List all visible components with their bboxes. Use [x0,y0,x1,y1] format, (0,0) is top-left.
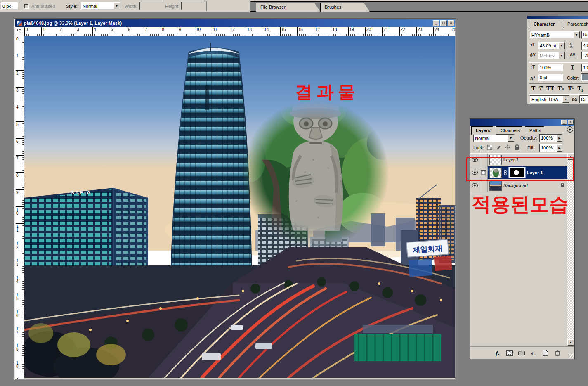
layer-thumbnail[interactable] [489,155,502,165]
link-cell[interactable] [479,179,488,192]
eye-icon [472,158,478,162]
opacity-field[interactable]: 100% ▶ [539,134,562,142]
font-style-field[interactable]: Regu [581,31,588,39]
close-button[interactable]: × [448,20,454,26]
vertical-ruler[interactable]: 01234567891011121314151617181920 [15,36,24,379]
close-button[interactable]: × [568,120,574,125]
small-caps-button[interactable]: Tᴛ [558,85,564,92]
building-sign-text: SAE-A [71,189,91,196]
new-layer-icon[interactable] [542,350,549,356]
chevron-down-icon[interactable]: ▼ [113,2,120,9]
baseline-shift-field[interactable]: 0 pt [538,74,564,82]
faux-italic-button[interactable]: T [539,85,543,92]
layer-row-layer2[interactable]: Layer 2 [470,154,568,166]
layer-row-background[interactable]: Background [470,179,568,192]
vertical-scale-field[interactable]: 100% [538,64,564,72]
lock-label: Lock: [473,145,484,150]
subscript-button[interactable]: T₁ [577,85,583,92]
chevron-down-icon[interactable]: ▼ [562,96,569,103]
faux-bold-button[interactable]: T [531,85,535,92]
text-color-swatch[interactable] [581,73,588,81]
feather-value-input[interactable] [1,2,18,10]
layer-row-layer1[interactable]: Layer 1 [470,166,568,179]
visibility-toggle[interactable] [470,166,479,179]
tab-paths[interactable]: Paths [525,126,548,135]
tracking-field[interactable]: -25 [581,52,588,59]
font-size-dropdown[interactable]: 43.09 pt ▼ [538,42,565,50]
style-label: Style: [66,4,78,9]
horizontal-scale-field[interactable]: 100 [581,64,588,72]
lock-position-move-icon[interactable] [505,144,511,150]
layer-name[interactable]: Layer 2 [503,157,519,162]
layer-name[interactable]: Background [503,183,528,188]
anti-aliased-checkbox[interactable] [24,4,29,9]
slider-arrow-icon[interactable]: ▶ [557,144,562,152]
tab-character[interactable]: Character [529,20,564,28]
layer-name[interactable]: Layer 1 [527,170,543,175]
font-family-dropdown[interactable]: HYnamB ▼ [530,31,580,39]
height-input [181,2,204,10]
character-palette-titlebar[interactable] [527,16,588,19]
delete-layer-trash-icon[interactable] [554,350,561,356]
scroll-up-icon[interactable]: ▲ [567,154,574,160]
chevron-down-icon[interactable]: ▼ [558,42,565,49]
font-size-icon: тT [531,43,535,47]
minimize-button[interactable]: _ [561,120,567,125]
layer-thumbnail[interactable] [489,180,502,191]
style-dropdown[interactable]: Normal ▼ [81,2,120,10]
layer-thumbnail[interactable] [489,168,502,178]
ruler-origin-box[interactable] [15,27,24,36]
baseline-shift-icon: Aa [530,76,535,81]
visibility-toggle[interactable] [470,154,479,166]
document-canvas[interactable]: SAE-A [24,36,455,378]
lock-all-icon[interactable] [514,144,520,150]
layer-style-icon[interactable]: ƒ. [494,350,501,356]
layers-scrollbar[interactable]: ▲ ▼ [567,154,574,346]
resize-grip[interactable] [569,353,574,358]
language-dropdown[interactable]: English: USA ▼ [530,95,569,103]
chevron-down-icon[interactable]: ▼ [573,31,580,38]
document-titlebar[interactable]: pla04048.jpg @ 33,3% (Layer 1, Layer Mas… [15,19,455,27]
tab-paragraph[interactable]: Paragraph [563,20,588,28]
file-icon [17,21,22,26]
chevron-down-icon[interactable]: ▼ [508,135,514,142]
tab-file-browser[interactable]: File Browser [256,3,320,12]
mask-editing-indicator[interactable] [479,166,488,179]
minimize-button[interactable]: _ [433,20,439,26]
palette-menu-button[interactable]: ▶ [567,126,573,133]
maximize-button[interactable]: □ [440,20,447,26]
vertical-scale-icon: ↕T [530,66,535,69]
horizontal-ruler[interactable]: 0123456789101112131415161718192021222324… [24,27,455,36]
character-palette-tabs: Character Paragraph [527,19,588,28]
leading-field[interactable]: 40. [581,42,588,50]
layers-icon-bar: ƒ. ◐. [470,346,574,359]
visibility-toggle[interactable] [470,179,479,192]
all-caps-button[interactable]: TT [546,85,554,92]
scroll-down-icon[interactable]: ▼ [567,339,574,346]
anti-alias-dropdown[interactable]: Cr [579,95,588,103]
blend-mode-dropdown[interactable]: Normal ▼ [473,134,515,142]
kerning-icon: A̰V [530,53,536,57]
fill-field[interactable]: 100% ▶ [539,144,562,152]
lock-transparency-icon[interactable] [486,144,493,150]
tab-brushes[interactable]: Brushes [320,3,370,12]
layers-annotation-text: 적용된모습 [472,192,569,218]
construction-fence [354,325,441,361]
leading-icon: ᴬᴵᴬ [570,43,573,49]
horizontal-scale-icon: T̲ [571,66,574,69]
link-cell[interactable] [479,154,488,166]
lock-pixels-brush-icon[interactable] [496,144,502,150]
slider-arrow-icon[interactable]: ▶ [557,135,562,142]
layers-palette-titlebar[interactable]: _ × [470,119,574,126]
adjustment-layer-icon[interactable]: ◐. [530,350,537,356]
add-layer-mask-icon[interactable] [506,350,513,356]
kerning-dropdown[interactable]: Metrics ▼ [538,52,565,59]
new-layer-set-folder-icon[interactable] [518,350,525,356]
tab-layers[interactable]: Layers [471,126,497,135]
superscript-button[interactable]: T¹ [568,85,574,92]
tab-channels[interactable]: Channels [496,126,526,135]
layer-mask-thumbnail[interactable] [509,167,525,178]
canvas-image: SAE-A [24,36,455,378]
chevron-down-icon[interactable]: ▼ [558,52,565,59]
blend-mode-row: Normal ▼ Opacity: 100% ▶ [470,134,574,143]
